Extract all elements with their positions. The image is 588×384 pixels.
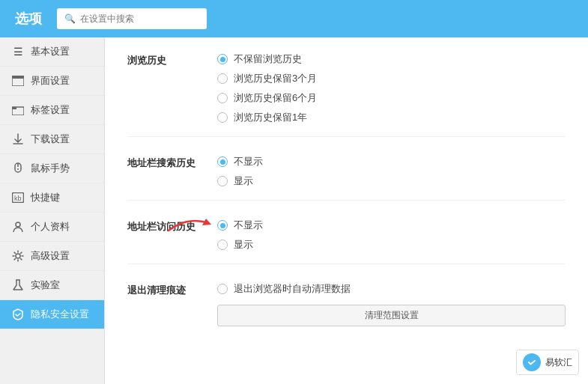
clear-exit-section: 退出清理痕迹 退出浏览器时自动清理数据 清理范围设置 xyxy=(127,282,566,338)
tabs-icon xyxy=(11,103,25,117)
sidebar-item-label: 基本设置 xyxy=(31,45,70,58)
sidebar-item-label: 鼠标手势 xyxy=(31,162,70,175)
search-box: 🔍 xyxy=(57,8,207,29)
sidebar-item-advanced[interactable]: 高级设置 xyxy=(0,242,104,271)
clear-range-button[interactable]: 清理范围设置 xyxy=(217,305,566,326)
sidebar-item-shortcut[interactable]: kb 快捷键 xyxy=(0,183,104,213)
sidebar-item-profile[interactable]: 个人资料 xyxy=(0,213,104,242)
browse-3months-radio[interactable] xyxy=(217,73,228,84)
sidebar-item-basic[interactable]: ☰ 基本设置 xyxy=(0,37,104,67)
basic-icon: ☰ xyxy=(11,45,25,58)
page-title: 选项 xyxy=(15,10,42,28)
content-area: 浏览历史 不保留浏览历史 浏览历史保留3个月 浏览历史保留6个月 浏览历史保留1… xyxy=(105,37,588,384)
address-visit-options: 不显示 显示 xyxy=(217,219,566,252)
sidebar-item-label: 界面设置 xyxy=(31,74,70,88)
shortcut-icon: kb xyxy=(11,191,25,204)
address-search-section: 地址栏搜索历史 不显示 显示 xyxy=(127,155,566,201)
sidebar-item-label: 个人资料 xyxy=(31,220,70,234)
auto-clear-label: 退出浏览器时自动清理数据 xyxy=(234,282,351,296)
ui-icon xyxy=(11,74,25,88)
browse-history-section: 浏览历史 不保留浏览历史 浏览历史保留3个月 浏览历史保留6个月 浏览历史保留1… xyxy=(127,52,566,137)
browse-no-save-label: 不保留浏览历史 xyxy=(234,52,302,66)
sidebar-item-label: 标签设置 xyxy=(31,103,70,117)
address-visit-section: 地址栏访问历史 不显示 显示 xyxy=(127,219,566,264)
browse-no-save-option[interactable]: 不保留浏览历史 xyxy=(217,52,566,66)
sidebar-item-label: 隐私安全设置 xyxy=(31,308,89,321)
browse-3months-label: 浏览历史保留3个月 xyxy=(234,72,317,85)
visit-show-option[interactable]: 显示 xyxy=(217,238,566,252)
sidebar-item-privacy[interactable]: 隐私安全设置 xyxy=(0,300,104,329)
browse-1year-label: 浏览历史保留1年 xyxy=(234,111,307,124)
watermark-text: 易软汇 xyxy=(545,356,572,369)
lab-icon xyxy=(11,278,25,292)
browse-6months-radio[interactable] xyxy=(217,93,228,103)
search-hide-option[interactable]: 不显示 xyxy=(217,155,566,168)
sidebar: ☰ 基本设置 界面设置 标签设置 xyxy=(0,37,105,384)
sidebar-item-mouse[interactable]: 鼠标手势 xyxy=(0,154,104,183)
sidebar-item-label: 下载设置 xyxy=(31,132,70,146)
search-hide-label: 不显示 xyxy=(234,155,263,168)
search-show-label: 显示 xyxy=(234,174,253,188)
sidebar-item-tabs[interactable]: 标签设置 xyxy=(0,96,104,125)
browse-history-label: 浏览历史 xyxy=(127,52,217,67)
search-input[interactable] xyxy=(80,13,199,24)
profile-icon xyxy=(11,220,25,234)
watermark-logo xyxy=(523,353,541,371)
sidebar-item-label: 高级设置 xyxy=(31,249,70,263)
svg-text:kb: kb xyxy=(14,195,22,202)
visit-show-radio[interactable] xyxy=(217,240,228,250)
sidebar-item-label: 实验室 xyxy=(31,278,60,292)
auto-clear-option[interactable]: 退出浏览器时自动清理数据 xyxy=(217,282,566,296)
download-icon xyxy=(11,132,25,146)
svg-rect-1 xyxy=(12,76,24,79)
privacy-icon xyxy=(11,308,25,321)
browse-6months-label: 浏览历史保留6个月 xyxy=(234,91,317,105)
mouse-icon xyxy=(11,162,25,175)
main-layout: ☰ 基本设置 界面设置 标签设置 xyxy=(0,37,588,384)
sidebar-item-ui[interactable]: 界面设置 xyxy=(0,67,104,96)
sidebar-item-lab[interactable]: 实验室 xyxy=(0,271,104,300)
watermark: 易软汇 xyxy=(516,350,579,375)
auto-clear-radio[interactable] xyxy=(217,284,228,294)
browse-1year-radio[interactable] xyxy=(217,112,228,123)
sidebar-item-label: 快捷键 xyxy=(31,191,60,204)
svg-point-7 xyxy=(16,222,20,227)
browse-1year-option[interactable]: 浏览历史保留1年 xyxy=(217,111,566,124)
search-show-radio[interactable] xyxy=(217,176,228,186)
clear-exit-label: 退出清理痕迹 xyxy=(127,282,217,297)
visit-show-label: 显示 xyxy=(234,238,253,252)
advanced-icon xyxy=(11,249,25,263)
address-search-label: 地址栏搜索历史 xyxy=(127,155,217,170)
browse-3months-option[interactable]: 浏览历史保留3个月 xyxy=(217,72,566,85)
visit-hide-label: 不显示 xyxy=(234,219,263,232)
address-search-options: 不显示 显示 xyxy=(217,155,566,188)
sidebar-item-download[interactable]: 下载设置 xyxy=(0,125,104,154)
browse-history-options: 不保留浏览历史 浏览历史保留3个月 浏览历史保留6个月 浏览历史保留1年 xyxy=(217,52,566,124)
address-visit-label: 地址栏访问历史 xyxy=(127,219,217,234)
search-show-option[interactable]: 显示 xyxy=(217,174,566,188)
search-hide-radio[interactable] xyxy=(217,156,228,167)
svg-point-8 xyxy=(16,254,20,258)
browse-6months-option[interactable]: 浏览历史保留6个月 xyxy=(217,91,566,105)
clear-exit-options: 退出浏览器时自动清理数据 清理范围设置 xyxy=(217,282,566,326)
visit-hide-option[interactable]: 不显示 xyxy=(217,219,566,232)
header: 选项 🔍 xyxy=(0,0,588,37)
svg-point-4 xyxy=(17,168,19,170)
browse-no-save-radio[interactable] xyxy=(217,54,228,64)
visit-hide-radio[interactable] xyxy=(217,220,228,231)
search-icon: 🔍 xyxy=(64,13,76,24)
